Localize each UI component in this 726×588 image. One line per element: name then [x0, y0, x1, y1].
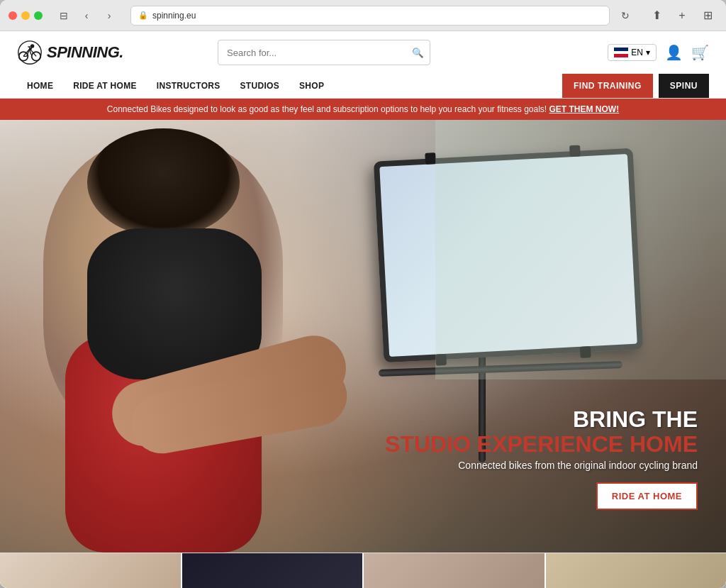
- search-button[interactable]: 🔍: [405, 40, 430, 65]
- security-icon: 🔒: [138, 11, 148, 20]
- mount-clamp-1: [425, 152, 436, 165]
- minimize-button[interactable]: [21, 11, 30, 20]
- back-button[interactable]: ‹: [77, 6, 96, 26]
- hero-cta-area: RIDE AT HOME: [385, 482, 698, 510]
- promo-cta-link[interactable]: GET THEM NOW!: [549, 104, 620, 114]
- strip-item-1: [0, 553, 182, 588]
- nav-item-shop[interactable]: SHOP: [289, 74, 334, 98]
- hero-tagline-line2: STUDIO EXPERIENCE HOME: [385, 432, 698, 457]
- reload-button[interactable]: ↻: [615, 6, 635, 26]
- nav-item-instructors[interactable]: INSTRUCTORS: [147, 74, 230, 98]
- tab-grid-button[interactable]: ⊞: [698, 6, 717, 26]
- main-nav: HOME RIDE AT HOME INSTRUCTORS STUDIOS SH…: [17, 74, 334, 98]
- user-account-button[interactable]: 👤: [665, 44, 683, 61]
- svg-line-13: [30, 50, 31, 54]
- find-training-button[interactable]: FIND TRAINING: [562, 74, 653, 98]
- site-logo[interactable]: SPINNING.: [17, 40, 123, 65]
- ride-at-home-button[interactable]: RIDE AT HOME: [596, 482, 698, 510]
- language-selector[interactable]: EN ▾: [608, 44, 657, 61]
- chevron-down-icon: ▾: [646, 48, 650, 57]
- browser-right-controls: ⬆ + ⊞: [647, 6, 717, 26]
- site-content: SPINNING. 🔍 EN ▾: [0, 31, 726, 588]
- search-icon: 🔍: [412, 48, 424, 58]
- nav-item-ride-at-home[interactable]: RIDE AT HOME: [63, 74, 147, 98]
- hero-text-block: BRING THE STUDIO EXPERIENCE HOME Connect…: [385, 407, 698, 510]
- browser-titlebar: ⊟ ‹ › 🔒 spinning.eu ↻ ⬆ + ⊞: [0, 0, 726, 31]
- hero-section: BRING THE STUDIO EXPERIENCE HOME Connect…: [0, 120, 726, 553]
- logo-text: SPINNING.: [47, 43, 123, 62]
- traffic-lights: [9, 11, 43, 20]
- sidebar-toggle-button[interactable]: ⊟: [54, 6, 74, 26]
- site-header: SPINNING. 🔍 EN ▾: [0, 31, 726, 99]
- window-view: [435, 120, 726, 379]
- header-right: EN ▾ 👤 🛒: [608, 44, 709, 61]
- uk-flag-icon: [614, 48, 628, 57]
- spinu-button[interactable]: SPINU: [659, 74, 709, 98]
- user-icon: 👤: [665, 44, 683, 61]
- cart-icon: 🛒: [691, 44, 709, 61]
- close-button[interactable]: [9, 11, 17, 20]
- nav-item-studios[interactable]: STUDIOS: [230, 74, 289, 98]
- search-bar: 🔍: [218, 40, 430, 65]
- url-display: spinning.eu: [152, 11, 196, 21]
- browser-window: ⊟ ‹ › 🔒 spinning.eu ↻ ⬆ + ⊞: [0, 0, 726, 588]
- nav-item-home[interactable]: HOME: [17, 74, 63, 98]
- share-button[interactable]: ⬆: [647, 6, 666, 26]
- bottom-content-strip: [0, 553, 726, 588]
- forward-button[interactable]: ›: [99, 6, 119, 26]
- search-input[interactable]: [218, 40, 430, 65]
- nav-bar: HOME RIDE AT HOME INSTRUCTORS STUDIOS SH…: [17, 74, 709, 98]
- person-hair: [87, 128, 240, 237]
- cart-button[interactable]: 🛒: [691, 44, 709, 61]
- header-top: SPINNING. 🔍 EN ▾: [17, 31, 709, 74]
- spinning-logo-icon: [17, 40, 43, 65]
- svg-point-10: [30, 44, 34, 48]
- hero-tagline-line1: BRING THE: [385, 407, 698, 432]
- strip-item-3: [364, 553, 546, 588]
- address-bar[interactable]: 🔒 spinning.eu: [130, 6, 610, 26]
- new-tab-button[interactable]: +: [672, 6, 692, 26]
- promo-text: Connected Bikes designed to look as good…: [107, 104, 547, 114]
- nav-right: FIND TRAINING SPINU: [562, 74, 709, 98]
- fullscreen-button[interactable]: [34, 11, 43, 20]
- lang-label: EN: [631, 48, 643, 57]
- strip-item-2: [182, 553, 364, 588]
- hero-subtitle: Connected bikes from the original indoor…: [385, 460, 698, 471]
- strip-item-4: [546, 553, 727, 588]
- browser-controls: ⊟ ‹ ›: [54, 6, 119, 26]
- promo-banner: Connected Bikes designed to look as good…: [0, 99, 726, 120]
